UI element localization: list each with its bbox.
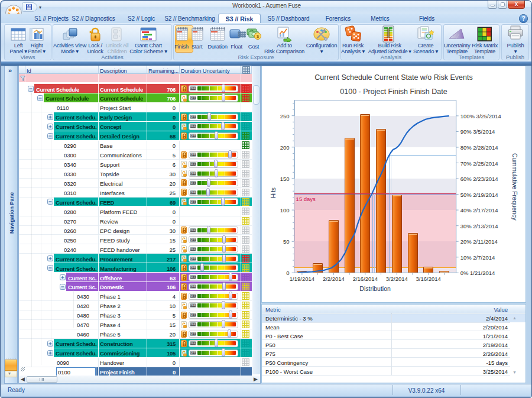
svg-text:?: ? bbox=[521, 15, 525, 22]
